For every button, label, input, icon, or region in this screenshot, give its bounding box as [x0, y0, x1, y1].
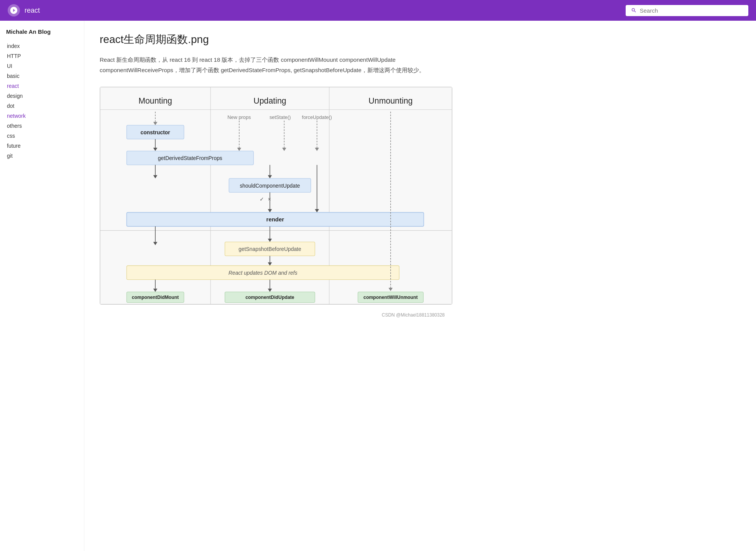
component-will-unmount-label: componentWillUnmount [363, 295, 418, 300]
header: react [0, 0, 756, 21]
layout: Michale An Blog index HTTP UI basic reac… [0, 21, 756, 551]
sidebar-item-http[interactable]: HTTP [6, 51, 78, 61]
sidebar-brand: Michale An Blog [6, 28, 78, 35]
check-icon: ✓ [260, 196, 264, 202]
sidebar-item-network[interactable]: network [6, 111, 78, 121]
unmounting-header: Unmounting [368, 96, 413, 106]
sidebar-item-react[interactable]: react [6, 81, 78, 91]
header-left: react [8, 4, 40, 16]
main-content: react生命周期函数.png React 新生命周期函数，从 react 16… [84, 21, 468, 551]
sidebar-item-ui[interactable]: UI [6, 61, 78, 71]
sidebar-item-dot[interactable]: dot [6, 101, 78, 111]
get-snapshot-label: getSnapshotBeforeUpdate [238, 246, 301, 252]
constructor-label: constructor [141, 129, 171, 135]
component-did-mount-label: componentDidMount [132, 295, 179, 300]
sidebar-item-design[interactable]: design [6, 91, 78, 101]
header-title: react [25, 7, 40, 15]
lifecycle-diagram: Mounting Updating Unmounting constructor… [100, 87, 452, 305]
page-description: React 新生命周期函数，从 react 16 到 react 18 版本，去… [100, 54, 452, 75]
set-state-label: setState() [270, 114, 291, 120]
component-did-update-label: componentDidUpdate [245, 295, 294, 300]
site-logo [8, 4, 20, 16]
footer-note: CSDN @Michael18811380328 [100, 312, 452, 318]
render-label: render [266, 216, 284, 223]
dom-refs-label: React updates DOM and refs [228, 270, 297, 276]
force-update-label: forceUpdate() [302, 114, 332, 120]
cross-icon: × [268, 196, 271, 202]
sidebar-item-future[interactable]: future [6, 141, 78, 151]
mounting-header: Mounting [138, 96, 172, 106]
sidebar-item-css[interactable]: css [6, 131, 78, 141]
page-title: react生命周期函数.png [100, 32, 452, 47]
get-derived-label: getDerivedStateFromProps [158, 155, 222, 161]
should-component-label: shouldComponentUpdate [240, 183, 300, 189]
sidebar-item-others[interactable]: others [6, 121, 78, 131]
sidebar-item-git[interactable]: git [6, 151, 78, 161]
search-bar[interactable] [626, 5, 748, 16]
sidebar-item-basic[interactable]: basic [6, 71, 78, 81]
sidebar-item-index[interactable]: index [6, 41, 78, 51]
updating-header: Updating [253, 96, 286, 106]
new-props-label: New props [227, 114, 251, 120]
search-input[interactable] [640, 7, 743, 14]
search-icon [631, 7, 637, 13]
sidebar: Michale An Blog index HTTP UI basic reac… [0, 21, 84, 551]
